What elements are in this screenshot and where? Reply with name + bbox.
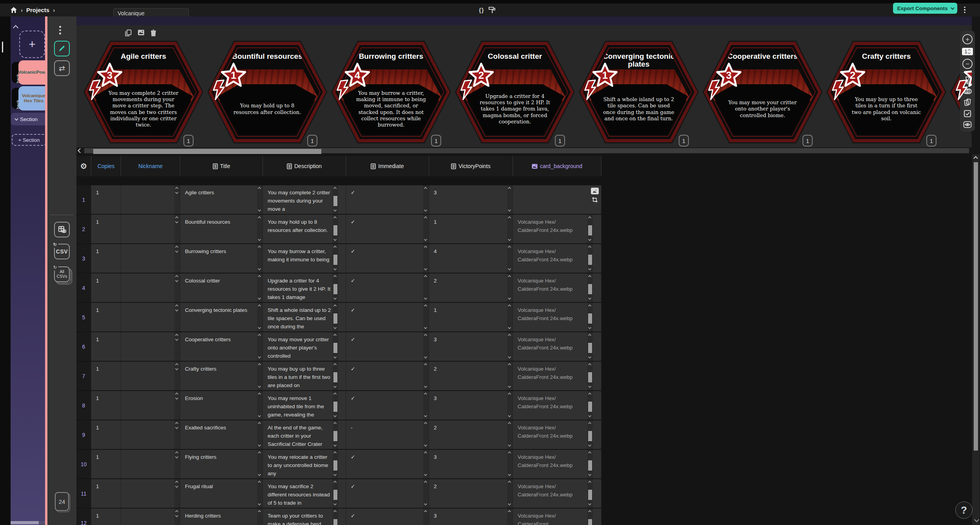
scroll-down-icon[interactable]: [588, 326, 591, 329]
scroll-up-icon[interactable]: [333, 187, 337, 190]
cell-scrollbar[interactable]: [257, 509, 263, 525]
cell-scrollbar[interactable]: [587, 509, 593, 525]
scroll-up-icon[interactable]: [175, 451, 178, 454]
cell-victorypoints[interactable]: 4: [429, 244, 513, 273]
cell-scrollbar[interactable]: [333, 215, 338, 243]
scroll-down-icon[interactable]: [175, 396, 178, 400]
scroll-down-icon[interactable]: [175, 308, 178, 311]
scroll-up-icon[interactable]: [13, 25, 18, 31]
scroll-up-icon[interactable]: [424, 422, 427, 425]
cell-scrollbar[interactable]: [507, 450, 513, 478]
cell-scrollbar[interactable]: [174, 420, 180, 449]
cell-card-background[interactable]: Volcanique Hex/ CalderaFront 24x.webp: [513, 332, 601, 361]
scroll-up-icon[interactable]: [258, 363, 261, 366]
cell-nickname[interactable]: [121, 509, 180, 525]
cell-copies[interactable]: 1: [91, 332, 121, 361]
scrollbar-thumb[interactable]: [11, 521, 39, 524]
cell-description[interactable]: You may buy up to three tiles in a turn …: [263, 362, 346, 390]
breadcrumb-projects[interactable]: Projects: [26, 7, 49, 13]
scroll-up-icon[interactable]: [333, 393, 337, 396]
scroll-down-icon[interactable]: [258, 385, 261, 388]
cell-copies[interactable]: 1: [91, 479, 121, 508]
cell-card-background[interactable]: Volcanique Hex/ CalderaFront 24x.webp: [513, 391, 601, 420]
scrollbar-thumb[interactable]: [588, 460, 592, 471]
cell-nickname[interactable]: [121, 303, 180, 331]
scroll-down-icon[interactable]: [258, 238, 261, 241]
cell-victorypoints[interactable]: 2: [429, 362, 513, 390]
cell-victorypoints[interactable]: 1: [429, 303, 513, 331]
cell-nickname[interactable]: [121, 362, 180, 390]
scroll-up-icon[interactable]: [258, 275, 261, 278]
scroll-up-icon[interactable]: [508, 246, 511, 249]
swap-sides-button[interactable]: ⇄: [54, 60, 70, 76]
cell-description[interactable]: You may relocate a critter to any uncont…: [263, 450, 346, 478]
cell-title[interactable]: Bountiful resources: [180, 215, 263, 243]
export-csv-button[interactable]: ↻ CSV: [54, 244, 70, 259]
scrollbar-thumb[interactable]: [333, 284, 337, 294]
scroll-up-icon[interactable]: [175, 510, 178, 513]
scroll-up-icon[interactable]: [333, 216, 337, 219]
hex-card[interactable]: Crafty crittersYou may buy up to three t…: [826, 41, 946, 143]
cell-nickname[interactable]: [121, 332, 180, 361]
scroll-down-icon[interactable]: [333, 267, 337, 270]
scroll-left-icon[interactable]: [78, 148, 83, 153]
cell-scrollbar[interactable]: [507, 215, 513, 243]
cell-victorypoints[interactable]: 3: [429, 450, 513, 478]
scroll-up-icon[interactable]: [508, 481, 511, 484]
scroll-down-icon[interactable]: [424, 297, 427, 300]
scroll-up-icon[interactable]: [175, 334, 178, 337]
paint-roller-icon[interactable]: [488, 6, 496, 14]
drawer-handle[interactable]: [2, 42, 3, 52]
cell-title[interactable]: Agile critters: [180, 185, 263, 214]
scrollbar-thumb[interactable]: [93, 149, 321, 154]
cell-copies[interactable]: 1: [91, 420, 121, 449]
scroll-up-icon[interactable]: [588, 393, 591, 396]
crop-image-icon[interactable]: [592, 197, 598, 205]
scroll-down-icon[interactable]: [333, 473, 337, 476]
cell-scrollbar[interactable]: [174, 391, 180, 420]
cell-nickname[interactable]: [121, 185, 180, 214]
scrollbar-thumb[interactable]: [588, 284, 592, 294]
scroll-down-icon[interactable]: [333, 444, 337, 447]
cell-card-background[interactable]: Volcanique Hex/ CalderaFront 24x.webp: [513, 450, 601, 478]
scroll-down-icon[interactable]: [258, 355, 261, 358]
scroll-down-icon[interactable]: [333, 326, 337, 329]
cell-scrollbar[interactable]: [333, 509, 338, 525]
scroll-down-icon[interactable]: [508, 238, 511, 241]
home-icon[interactable]: [10, 7, 17, 13]
scrollbar-thumb[interactable]: [588, 343, 592, 353]
help-button[interactable]: ?: [955, 501, 973, 519]
scroll-up-icon[interactable]: [424, 510, 427, 513]
cell-immediate[interactable]: ✓: [346, 244, 429, 273]
cell-description[interactable]: Upgrade a critter for 4 resources to giv…: [263, 273, 346, 302]
scroll-down-icon[interactable]: [424, 326, 427, 329]
scroll-down-icon[interactable]: [333, 238, 337, 241]
scroll-up-icon[interactable]: [175, 422, 178, 425]
scroll-up-icon[interactable]: [424, 275, 427, 278]
cell-immediate[interactable]: ✓: [346, 450, 429, 478]
scroll-down-icon[interactable]: [175, 514, 178, 517]
cell-description[interactable]: Team up your critters to make a defensiv…: [263, 509, 346, 525]
scroll-down-icon[interactable]: [588, 238, 591, 241]
cell-scrollbar[interactable]: [423, 479, 429, 508]
cell-card-background[interactable]: Volcanique Hex/ CalderaFront 24x.webp: [513, 479, 601, 508]
scroll-down-icon[interactable]: [258, 297, 261, 300]
scroll-up-icon[interactable]: [973, 156, 978, 160]
scroll-up-icon[interactable]: [424, 246, 427, 249]
cell-nickname[interactable]: [121, 420, 180, 449]
scroll-up-icon[interactable]: [333, 481, 337, 484]
cell-scrollbar[interactable]: [587, 273, 593, 302]
cell-description[interactable]: You may sacrifice 2 different resources …: [263, 479, 346, 508]
cell-victorypoints[interactable]: 3: [429, 391, 513, 420]
scroll-down-icon[interactable]: [258, 326, 261, 329]
hex-card[interactable]: Cooperative crittersYou may move your cr…: [703, 41, 822, 143]
linked-table-button[interactable]: [54, 222, 70, 237]
scroll-up-icon[interactable]: [258, 422, 261, 425]
scroll-up-icon[interactable]: [424, 334, 427, 337]
cell-description[interactable]: You may remove 1 uninhabited tile from t…: [263, 391, 346, 420]
cell-scrollbar[interactable]: [333, 273, 338, 302]
cell-immediate[interactable]: ✓: [346, 273, 429, 302]
column-header-description[interactable]: Description: [263, 156, 346, 176]
scroll-down-icon[interactable]: [175, 191, 178, 194]
scroll-up-icon[interactable]: [588, 481, 591, 484]
